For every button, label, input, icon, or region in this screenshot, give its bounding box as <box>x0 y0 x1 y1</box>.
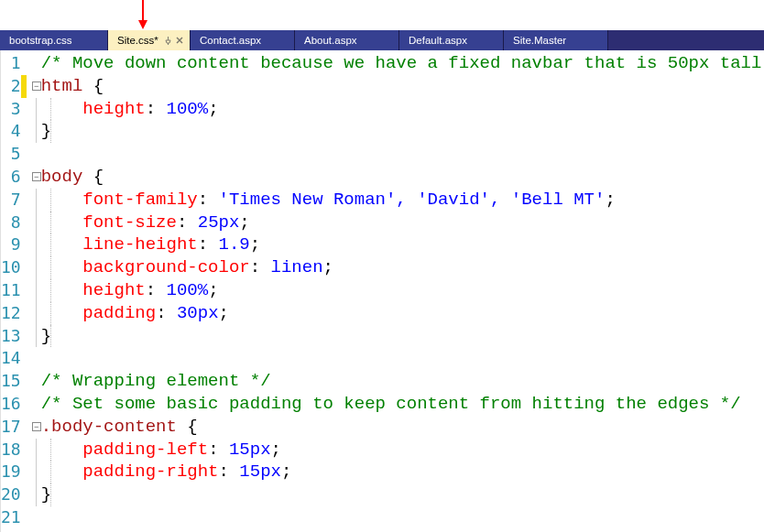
code-line: body { <box>41 166 764 189</box>
tab-label: Contact.aspx <box>200 35 261 46</box>
line-number: 17 <box>1 416 21 439</box>
editor-tabstrip: bootstrap.css Site.css* Contact.aspx Abo… <box>0 30 764 50</box>
fold-toggle-icon[interactable]: − <box>32 422 41 431</box>
code-line: /* Wrapping element */ <box>41 370 764 393</box>
line-number: 11 <box>1 279 21 302</box>
fold-gutter: − − − <box>32 50 41 532</box>
code-line: line-height: 1.9; <box>41 233 764 256</box>
tab-label: Default.aspx <box>409 35 467 46</box>
code-line <box>41 506 764 529</box>
line-number: 3 <box>1 98 21 121</box>
code-line: padding-right: 15px; <box>41 461 764 483</box>
line-number: 4 <box>1 120 21 143</box>
tab-label: bootstrap.css <box>9 35 71 46</box>
line-number: 16 <box>1 393 21 416</box>
code-line: padding: 30px; <box>41 302 764 325</box>
line-number: 1 <box>1 52 21 75</box>
code-line: } <box>41 483 764 506</box>
code-line: /* Set some basic padding to keep conten… <box>41 393 764 416</box>
line-number: 13 <box>1 325 21 348</box>
line-number: 20 <box>1 483 21 506</box>
line-number: 14 <box>1 347 21 370</box>
line-number: 8 <box>1 212 21 234</box>
line-number: 12 <box>1 302 21 325</box>
code-line <box>41 143 764 166</box>
line-number: 18 <box>1 439 21 461</box>
tab-label: Site.Master <box>513 35 566 46</box>
code-line: height: 100%; <box>41 279 764 302</box>
tab-label: About.aspx <box>304 35 357 46</box>
tab-site-master[interactable]: Site.Master <box>504 30 608 50</box>
line-number: 6 <box>1 166 21 189</box>
code-line: /* Move down content because we have a f… <box>41 52 764 75</box>
tab-label: Site.css* <box>117 35 158 46</box>
svg-marker-1 <box>138 20 147 29</box>
code-line: font-family: 'Times New Roman', 'David',… <box>41 189 764 212</box>
line-number: 5 <box>1 143 21 166</box>
line-number: 9 <box>1 233 21 256</box>
fold-toggle-icon[interactable]: − <box>32 81 41 91</box>
pin-icon[interactable] <box>164 37 172 45</box>
code-line: padding-left: 15px; <box>41 439 764 461</box>
code-line: font-size: 25px; <box>41 212 764 234</box>
line-number: 15 <box>1 370 21 393</box>
code-line: .body-content { <box>41 416 764 439</box>
line-number: 10 <box>1 256 21 279</box>
change-marker <box>21 75 27 98</box>
tab-about-aspx[interactable]: About.aspx <box>295 30 399 50</box>
line-number-gutter: 1 2 3 4 5 6 7 8 9 10 11 12 13 14 15 16 1… <box>1 50 32 532</box>
line-number: 7 <box>1 189 21 212</box>
code-line: height: 100%; <box>41 98 764 121</box>
code-content[interactable]: /* Move down content because we have a f… <box>41 50 764 532</box>
tab-site-css[interactable]: Site.css* <box>108 30 191 50</box>
code-line: html { <box>41 75 764 98</box>
tab-default-aspx[interactable]: Default.aspx <box>399 30 504 50</box>
tab-bootstrap-css[interactable]: bootstrap.css <box>0 30 108 50</box>
tab-contact-aspx[interactable]: Contact.aspx <box>191 30 295 50</box>
code-line <box>41 347 764 370</box>
code-line: } <box>41 120 764 143</box>
fold-toggle-icon[interactable]: − <box>32 172 41 181</box>
line-number: 2 <box>1 75 21 98</box>
code-editor[interactable]: 1 2 3 4 5 6 7 8 9 10 11 12 13 14 15 16 1… <box>0 50 764 532</box>
close-icon[interactable] <box>176 35 183 46</box>
code-line: background-color: linen; <box>41 256 764 279</box>
code-line: } <box>41 325 764 348</box>
annotation-arrow-icon <box>136 0 150 31</box>
line-number: 19 <box>1 461 21 483</box>
line-number: 21 <box>1 506 21 529</box>
